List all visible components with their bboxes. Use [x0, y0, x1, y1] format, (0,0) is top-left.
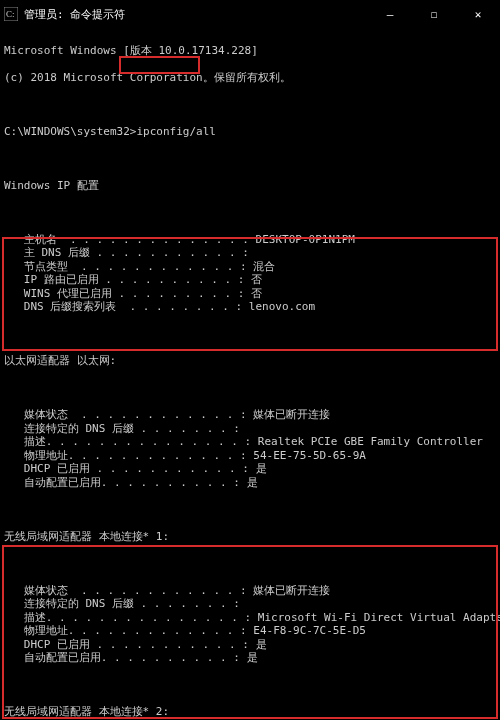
section-header: 无线局域网适配器 本地连接* 2: [4, 705, 496, 719]
blank-line [4, 678, 496, 692]
config-key: WINS 代理已启用 . . . . . . . . . [4, 287, 238, 301]
prompt-path: C:\WINDOWS\system32> [4, 125, 136, 138]
config-key: IP 路由已启用 . . . . . . . . . . [4, 273, 238, 287]
config-key: 连接特定的 DNS 后缀 . . . . . . . [4, 597, 233, 611]
section-header: 以太网适配器 以太网: [4, 354, 496, 368]
config-key: 主机名 . . . . . . . . . . . . . [4, 233, 242, 247]
config-value: : 否 [238, 273, 262, 287]
config-key: 主 DNS 后缀 . . . . . . . . . . . [4, 246, 242, 260]
config-value: : [242, 246, 249, 260]
config-key: 自动配置已启用. . . . . . . . . . [4, 476, 233, 490]
svg-text:C:: C: [6, 9, 15, 19]
config-row: DNS 后缀搜索列表 . . . . . . . . : lenovo.com [4, 300, 496, 314]
terminal-output[interactable]: Microsoft Windows [版本 10.0.17134.228] (c… [0, 28, 500, 720]
config-value: : E4-F8-9C-7C-5E-D5 [240, 624, 366, 638]
config-row: DHCP 已启用 . . . . . . . . . . . : 是 [4, 462, 496, 476]
config-row: 自动配置已启用. . . . . . . . . . : 是 [4, 476, 496, 490]
config-value: : lenovo.com [236, 300, 315, 314]
window-title: 管理员: 命令提示符 [24, 7, 368, 22]
config-key: 连接特定的 DNS 后缀 . . . . . . . [4, 422, 233, 436]
config-key: 媒体状态 . . . . . . . . . . . . [4, 408, 240, 422]
section-header: Windows IP 配置 [4, 179, 496, 193]
config-row: 自动配置已启用. . . . . . . . . . : 是 [4, 651, 496, 665]
ethernet-block: 媒体状态 . . . . . . . . . . . . : 媒体已断开连接 连… [4, 408, 496, 489]
config-value: : DESKTOP-0P1N1PM [242, 233, 355, 247]
config-row: 媒体状态 . . . . . . . . . . . . : 媒体已断开连接 [4, 408, 496, 422]
ip-config-block: 主机名 . . . . . . . . . . . . . : DESKTOP-… [4, 233, 496, 314]
blank-line [4, 381, 496, 395]
config-value: : Realtek PCIe GBE Family Controller [245, 435, 483, 449]
maximize-icon: ☐ [431, 8, 438, 21]
config-key: 描述. . . . . . . . . . . . . . . [4, 611, 245, 625]
config-value: : 否 [238, 287, 262, 301]
config-value: : 54-EE-75-5D-65-9A [240, 449, 366, 463]
config-key: 自动配置已启用. . . . . . . . . . [4, 651, 233, 665]
prompt-line: C:\WINDOWS\system32>ipconfig/all [4, 125, 496, 139]
config-row: DHCP 已启用 . . . . . . . . . . . : 是 [4, 638, 496, 652]
config-row: 媒体状态 . . . . . . . . . . . . : 媒体已断开连接 [4, 584, 496, 598]
config-row: 描述. . . . . . . . . . . . . . . : Micros… [4, 611, 496, 625]
config-row: 主 DNS 后缀 . . . . . . . . . . . : [4, 246, 496, 260]
config-row: 连接特定的 DNS 后缀 . . . . . . . : [4, 422, 496, 436]
config-key: 物理地址. . . . . . . . . . . . . [4, 624, 240, 638]
command-text: ipconfig/all [136, 125, 215, 138]
config-row: 连接特定的 DNS 后缀 . . . . . . . : [4, 597, 496, 611]
config-row: 主机名 . . . . . . . . . . . . . : DESKTOP-… [4, 233, 496, 247]
config-row: 物理地址. . . . . . . . . . . . . : E4-F8-9C… [4, 624, 496, 638]
wireless1-block: 媒体状态 . . . . . . . . . . . . : 媒体已断开连接 连… [4, 584, 496, 665]
section-header: 无线局域网适配器 本地连接* 1: [4, 530, 496, 544]
config-value: : 是 [233, 476, 257, 490]
config-value: : [233, 422, 240, 436]
blank-line [4, 557, 496, 571]
minimize-icon: — [387, 8, 394, 21]
config-key: 描述. . . . . . . . . . . . . . . [4, 435, 245, 449]
cmd-icon: C: [4, 7, 18, 21]
config-key: DHCP 已启用 . . . . . . . . . . . [4, 462, 242, 476]
config-key: DNS 后缀搜索列表 . . . . . . . . [4, 300, 236, 314]
config-value: : Microsoft Wi-Fi Direct Virtual Adapter [245, 611, 500, 625]
config-value: : 是 [242, 638, 266, 652]
config-key: DHCP 已启用 . . . . . . . . . . . [4, 638, 242, 652]
close-button[interactable]: ✕ [456, 0, 500, 28]
maximize-button[interactable]: ☐ [412, 0, 456, 28]
config-value: : 是 [242, 462, 266, 476]
blank-line [4, 98, 496, 112]
config-row: IP 路由已启用 . . . . . . . . . . : 否 [4, 273, 496, 287]
config-value: : 是 [233, 651, 257, 665]
version-line: Microsoft Windows [版本 10.0.17134.228] [4, 44, 496, 58]
window-controls: — ☐ ✕ [368, 0, 500, 28]
close-icon: ✕ [475, 8, 482, 21]
config-value: : 混合 [240, 260, 275, 274]
blank-line [4, 503, 496, 517]
config-row: WINS 代理已启用 . . . . . . . . . : 否 [4, 287, 496, 301]
config-value: : [233, 597, 240, 611]
config-key: 物理地址. . . . . . . . . . . . . [4, 449, 240, 463]
blank-line [4, 152, 496, 166]
config-value: : 媒体已断开连接 [240, 584, 330, 598]
config-row: 描述. . . . . . . . . . . . . . . : Realte… [4, 435, 496, 449]
blank-line [4, 327, 496, 341]
config-row: 物理地址. . . . . . . . . . . . . : 54-EE-75… [4, 449, 496, 463]
config-row: 节点类型 . . . . . . . . . . . . : 混合 [4, 260, 496, 274]
minimize-button[interactable]: — [368, 0, 412, 28]
config-value: : 媒体已断开连接 [240, 408, 330, 422]
config-key: 媒体状态 . . . . . . . . . . . . [4, 584, 240, 598]
titlebar[interactable]: C: 管理员: 命令提示符 — ☐ ✕ [0, 0, 500, 28]
config-key: 节点类型 . . . . . . . . . . . . [4, 260, 240, 274]
blank-line [4, 206, 496, 220]
copyright-line: (c) 2018 Microsoft Corporation。保留所有权利。 [4, 71, 496, 85]
